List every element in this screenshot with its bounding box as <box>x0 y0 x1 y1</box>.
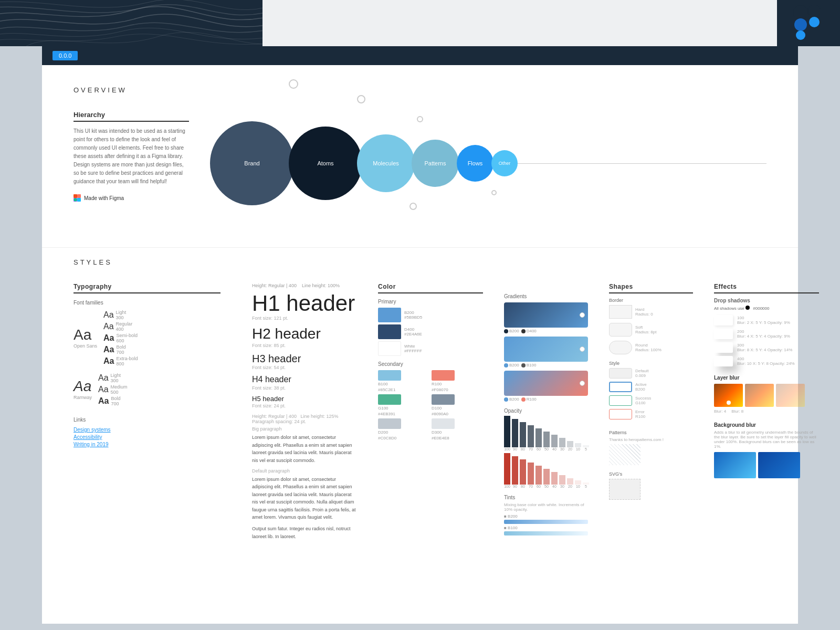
bubble-flows: Flows <box>457 145 494 182</box>
effects-column: Effects Drop shadows All shadows use #00… <box>714 283 819 544</box>
overview-title: OVERVIEW <box>74 86 766 94</box>
tint-b200: ■ B200 <box>504 514 588 524</box>
figma-icon <box>74 194 81 202</box>
svgs-section: SVG's <box>609 471 693 500</box>
patterns-label: Patterns <box>609 430 693 435</box>
gradient-1: B200 D400 <box>504 302 588 333</box>
svg-point-0 <box>793 5 808 20</box>
style-success: Success G100 <box>609 395 693 406</box>
style-label: Style <box>609 361 693 366</box>
made-with-figma: Made with Figma <box>74 194 189 202</box>
svg-placeholder <box>609 479 640 500</box>
svgs-label: SVG's <box>609 471 693 477</box>
output-text: Output sum fatur. Integer eu radios nisl… <box>252 525 357 540</box>
tints-label: Tints <box>504 495 588 500</box>
shadow-400: 400 Blur: 10 X: 5 Y: 8 Opacity: 24% <box>714 356 819 366</box>
h5-size: Font size: 24 pt. <box>252 403 357 408</box>
secondary-swatches: B100 #85C2E1 R100 #F08070 G100 #4EB391 <box>378 370 483 440</box>
shadow-box-300 <box>714 342 733 353</box>
link-design-system[interactable]: Design systems <box>74 427 220 433</box>
big-para-label: Big paragraph <box>252 426 357 432</box>
border-hard: Hard Radius: 0 <box>609 305 693 319</box>
swatch-white <box>378 341 401 356</box>
font-ramway-light: Aa Light300 <box>98 373 128 383</box>
h1-size: Font size: 121 pt. <box>252 316 357 321</box>
link-accessibility[interactable]: Accessibility <box>74 434 220 440</box>
blur-4-label: Blur: 4 <box>714 409 726 414</box>
effects-label: Effects <box>714 283 819 293</box>
styles-grid: Typography Font families Aa Open Sans Aa… <box>74 283 766 544</box>
top-area <box>0 0 840 46</box>
sec-swatch-d200: D200 #C0C8D0 <box>378 418 429 440</box>
blur-img-1 <box>714 384 743 407</box>
svg-point-3 <box>808 5 821 17</box>
shape-hard <box>609 305 632 319</box>
styles-title: STYLES <box>74 258 766 266</box>
gradient-column: Gradients B200 D400 <box>504 283 588 544</box>
layer-blur-label: Layer blur <box>714 375 819 381</box>
link-writing[interactable]: Writing in 2019 <box>74 442 220 447</box>
style-default: Default 0.009 <box>609 368 693 379</box>
main-container: 0.0.0 OVERVIEW Hierarchy This UI kit was… <box>42 46 798 624</box>
font-weight-light: Aa Light300 <box>103 310 138 320</box>
font-families-label: Font families <box>74 300 220 306</box>
hierarchy-area: Hierarchy This UI kit was intended to be… <box>74 111 766 216</box>
h2-size: Font size: 85 pt. <box>252 343 357 348</box>
style-default-box <box>609 368 632 379</box>
svg-point-2 <box>796 30 805 40</box>
font-ramway-medium: Aa Medium500 <box>98 384 128 395</box>
shapes-label: Shapes <box>609 283 693 293</box>
swatch-white-hex: #FFFFFF <box>404 349 422 353</box>
pattern-swatch <box>609 444 640 465</box>
svg-rect-8 <box>77 198 81 202</box>
font-weight-bold: Aa Bold700 <box>103 344 138 355</box>
gradient-2: B200 B100 <box>504 337 588 368</box>
primary-label: Primary <box>378 299 483 304</box>
opacity-bars-dark: 100 90 80 70 <box>504 416 588 451</box>
patterns-section: Patterns Thanks to heropatterns.com ! <box>609 430 693 465</box>
sec-swatch-d300: D300 #E0E4E8 <box>432 418 483 440</box>
top-right-circles <box>777 0 840 46</box>
font-ramway: Aa Ramway Aa Light300 Aa Medium500 <box>74 373 220 406</box>
bg-blur-label: Background blur <box>714 422 819 428</box>
brand-logo <box>790 5 827 41</box>
hierarchy-label: Hierarchy <box>74 111 189 122</box>
style-error: Error R100 <box>609 409 693 419</box>
tints-note: Mixing base color with white. Increments… <box>504 502 588 512</box>
svg-point-4 <box>809 17 820 27</box>
overview-section: OVERVIEW Hierarchy This UI kit was inten… <box>42 65 798 247</box>
links-label: Links <box>74 417 220 423</box>
shadow-300: 300 Blur: 8 X: 5 Y: 4 Opacity: 14% <box>714 342 819 353</box>
style-success-box <box>609 395 632 406</box>
headers-weight: Height: Regular | 400 <box>252 283 297 288</box>
shadow-box-100 <box>714 315 733 326</box>
secondary-label: Secondary <box>378 361 483 367</box>
bg-blur-images <box>714 452 819 478</box>
font-name-ramway: Ramway <box>74 395 92 400</box>
gradient-3: B200 R100 <box>504 371 588 402</box>
opacity-label: Opacity <box>504 408 588 414</box>
svg-point-1 <box>794 18 807 31</box>
opacity-bars-red: 100 90 80 70 <box>504 453 588 488</box>
bg-blur-img-2 <box>758 452 800 478</box>
bubble-chart: Brand Atoms Molecules <box>210 111 766 216</box>
default-para-text: Lorem ipsum dolor sit amet, consectetur … <box>252 476 357 521</box>
color-label: Color <box>378 283 483 293</box>
font-ramway-bold: Aa Bold700 <box>98 396 128 406</box>
sec-swatch-g100: G100 #4EB391 <box>378 394 429 416</box>
style-error-box <box>609 409 632 419</box>
shadow-200: 200 Blur: 4 X: 5 Y: 4 Opacity: 9% <box>714 329 819 339</box>
shadow-color-dot <box>746 306 750 310</box>
swatch-d400-name: D400 <box>404 327 422 332</box>
version-badge: 0.0.0 <box>52 51 78 60</box>
tints-section: Tints Mixing base color with white. Incr… <box>504 495 588 536</box>
shadow-box-400 <box>714 356 733 366</box>
typography-column: Typography Font families Aa Open Sans Aa… <box>74 283 220 544</box>
bubble-other: Other <box>491 150 518 176</box>
blur-img-3 <box>776 384 805 407</box>
tint-b100: ■ B100 <box>504 526 588 536</box>
nav-bar: 0.0.0 <box>42 46 798 65</box>
h3-demo: H3 header <box>252 352 357 365</box>
blur-images <box>714 384 819 407</box>
big-para-text: Lorem ipsum dolor sit amet, consectetur … <box>252 434 357 464</box>
